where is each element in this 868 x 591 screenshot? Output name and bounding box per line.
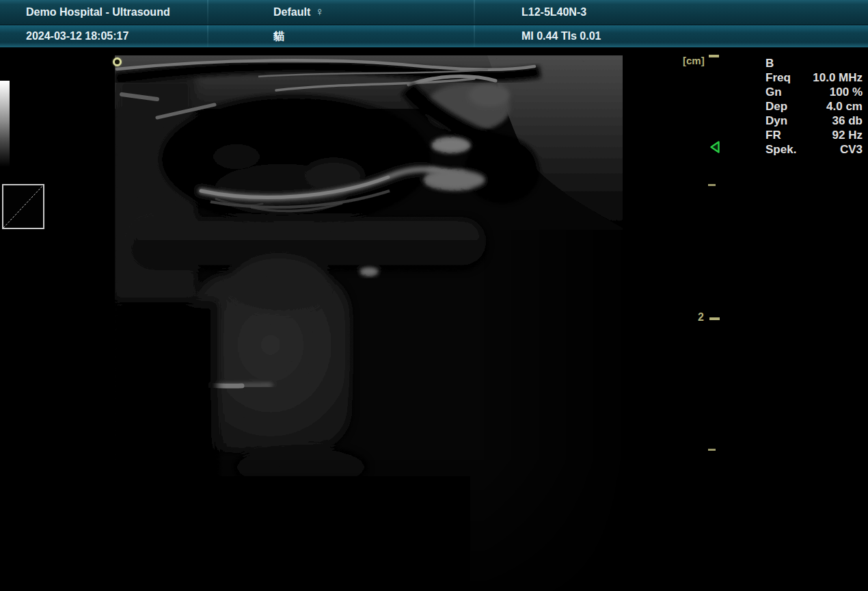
exam-datetime: 2024-03-12 18:05:17 xyxy=(26,25,128,47)
param-label: Dyn xyxy=(765,114,787,128)
param-row-freq: Freq 10.0 MHz xyxy=(765,70,863,85)
param-value: 36 db xyxy=(832,114,863,128)
param-label: Gn xyxy=(765,85,782,99)
acoustic-output-indices: MI 0.44 TIs 0.01 xyxy=(521,25,601,47)
ruler-tick-0cm xyxy=(709,55,719,57)
param-value: 10.0 MHz xyxy=(813,70,863,85)
header-column-divider xyxy=(474,25,475,47)
hospital-title: Demo Hospital - Ultrasound xyxy=(26,0,170,25)
mode-label: B xyxy=(765,56,863,70)
ruler-tick-1cm xyxy=(708,184,716,186)
focus-marker-icon xyxy=(709,140,720,154)
ultrasound-image-area[interactable] xyxy=(115,55,623,591)
param-value: 100 % xyxy=(830,85,863,99)
header-bar-bottom: 2024-03-12 18:05:17 貓 MI 0.44 TIs 0.01 xyxy=(0,25,868,48)
ruler-tick-label-2cm: 2 xyxy=(698,311,704,324)
clip-thumbnail-placeholder[interactable] xyxy=(2,184,44,229)
param-label: Spek. xyxy=(765,142,796,157)
header-column-divider xyxy=(207,25,208,47)
diagonal-line-icon xyxy=(3,185,43,228)
probe-identifier: L12-5L40N-3 xyxy=(521,0,586,25)
param-value: CV3 xyxy=(840,142,863,157)
param-row-speckle: Spek. CV3 xyxy=(765,142,863,157)
param-row-depth: Dep 4.0 cm xyxy=(765,99,863,114)
header-column-divider xyxy=(207,0,208,25)
grayscale-map-bar xyxy=(0,81,10,167)
probe-orientation-marker-icon xyxy=(113,57,122,66)
param-value: 92 Hz xyxy=(832,128,863,142)
param-value: 4.0 cm xyxy=(826,99,863,114)
param-row-frame-rate: FR 92 Hz xyxy=(765,128,863,142)
patient-name: 貓 xyxy=(273,25,284,47)
param-row-dynamic-range: Dyn 36 db xyxy=(765,114,863,128)
param-label: Dep xyxy=(765,99,787,114)
exam-preset: Default♀ xyxy=(273,0,324,25)
header-column-divider xyxy=(474,0,475,25)
ruler-tick-2cm xyxy=(709,317,720,320)
header-bar-top: Demo Hospital - Ultrasound Default♀ L12-… xyxy=(0,0,868,25)
cm-unit-label: [cm] xyxy=(683,55,705,66)
female-gender-icon: ♀ xyxy=(315,5,324,18)
ruler-tick-3cm xyxy=(708,449,716,451)
preset-label: Default xyxy=(273,6,310,18)
param-label: Freq xyxy=(765,70,791,85)
imaging-params-panel: B Freq 10.0 MHz Gn 100 % Dep 4.0 cm Dyn … xyxy=(765,56,863,157)
param-row-gain: Gn 100 % xyxy=(765,85,863,99)
param-label: FR xyxy=(765,128,781,142)
ultrasound-scan-rendering xyxy=(115,55,623,591)
